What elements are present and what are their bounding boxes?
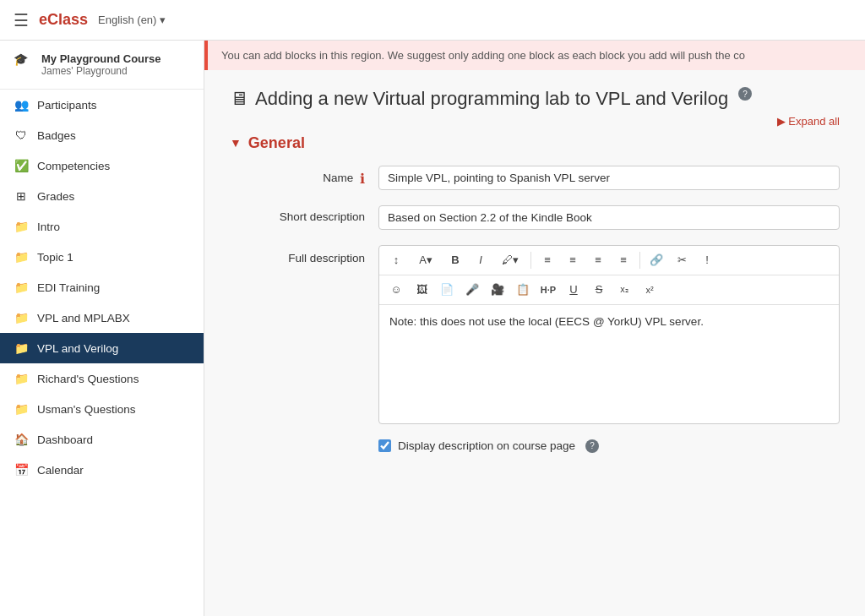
sidebar-items: 👥 Participants 🛡 Badges ✅ Competencies ⊞… xyxy=(0,90,204,485)
rte-btn-indent[interactable]: ≡ xyxy=(612,249,635,271)
title-help-icon[interactable]: ? xyxy=(738,87,752,101)
expand-all-button[interactable]: Expand all xyxy=(230,115,840,128)
page-title-icon: 🖥 xyxy=(230,87,248,112)
sidebar-item-edi-training[interactable]: 📁 EDI Training xyxy=(0,272,204,303)
info-banner: You can add blocks in this region. We su… xyxy=(204,41,865,70)
sidebar-item-vpl-mplabx[interactable]: 📁 VPL and MPLABX xyxy=(0,303,204,333)
language-selector[interactable]: English (en) ▾ xyxy=(98,14,166,26)
content-area: You can add blocks in this region. We su… xyxy=(204,41,865,616)
rte-btn-special[interactable]: ! xyxy=(695,249,719,271)
rte-btn-italic[interactable]: I xyxy=(469,249,492,271)
page-title-text: Adding a new Virtual programming lab to … xyxy=(255,87,728,112)
dashboard-icon: 🏠 xyxy=(14,433,29,446)
rte-btn-copy[interactable]: 📋 xyxy=(511,279,535,301)
badges-icon: 🛡 xyxy=(14,128,29,142)
hamburger-icon[interactable]: ☰ xyxy=(14,10,29,30)
course-subtitle: James' Playground xyxy=(41,65,161,77)
section-toggle-icon[interactable]: ▼ xyxy=(230,136,242,150)
rte-btn-emoji[interactable]: ☺ xyxy=(384,279,408,301)
sidebar: 🎓 My Playground Course James' Playground… xyxy=(0,41,204,616)
rte-toolbar-row2: ☺ 🖼 📄 🎤 🎥 📋 H·P U S x₂ x² xyxy=(379,275,839,305)
page-title: 🖥 Adding a new Virtual programming lab t… xyxy=(230,87,840,112)
sidebar-item-competencies[interactable]: ✅ Competencies xyxy=(0,150,204,181)
rte-sep1 xyxy=(530,252,531,269)
rte-btn-hp[interactable]: H·P xyxy=(536,279,560,301)
sidebar-item-dashboard[interactable]: 🏠 Dashboard xyxy=(0,424,204,455)
course-title: My Playground Course xyxy=(41,52,161,65)
vpl-mplabx-icon: 📁 xyxy=(14,311,29,324)
grades-label: Grades xyxy=(37,190,74,203)
topic1-label: Topic 1 xyxy=(37,251,73,264)
competencies-icon: ✅ xyxy=(14,159,29,172)
richards-questions-icon: 📁 xyxy=(14,372,29,385)
vpl-verilog-icon: 📁 xyxy=(14,341,29,355)
edi-training-label: EDI Training xyxy=(37,281,100,294)
rich-text-editor: ↕ A▾ B I 🖊▾ ≡ ≡ ≡ ≡ 🔗 ✂ xyxy=(378,245,840,424)
calendar-icon: 📅 xyxy=(14,463,29,477)
rte-btn-outdent[interactable]: ≡ xyxy=(586,249,610,271)
page-content: 🖥 Adding a new Virtual programming lab t… xyxy=(204,70,865,470)
rte-btn-subscript[interactable]: x₂ xyxy=(612,279,636,301)
short-desc-input[interactable] xyxy=(378,205,840,230)
name-input[interactable] xyxy=(378,166,840,190)
sidebar-course-header[interactable]: 🎓 My Playground Course James' Playground xyxy=(0,41,204,90)
richards-questions-label: Richard's Questions xyxy=(37,373,139,385)
rte-btn-format[interactable]: ↕ xyxy=(384,249,408,271)
rte-btn-ol[interactable]: ≡ xyxy=(561,249,585,271)
required-indicator: ℹ xyxy=(360,172,365,186)
grades-icon: ⊞ xyxy=(14,189,29,203)
usmans-questions-label: Usman's Questions xyxy=(37,403,136,416)
name-field-row: Name ℹ xyxy=(230,166,840,190)
short-desc-row: Short description xyxy=(230,205,840,230)
dashboard-label: Dashboard xyxy=(37,433,93,446)
vpl-verilog-label: VPL and Verilog xyxy=(37,342,118,355)
competencies-label: Competencies xyxy=(37,160,110,172)
rte-btn-media[interactable]: 📄 xyxy=(435,279,459,301)
rte-btn-underline[interactable]: U xyxy=(562,279,585,301)
rte-btn-color[interactable]: 🖊▾ xyxy=(494,249,526,271)
usmans-questions-icon: 📁 xyxy=(14,402,29,416)
rte-content[interactable]: Note: this does not use the local (EECS … xyxy=(379,305,839,423)
name-field xyxy=(378,166,840,190)
full-desc-row: Full description ↕ A▾ B I 🖊▾ ≡ ≡ ≡ xyxy=(230,245,840,424)
sidebar-item-intro[interactable]: 📁 Intro xyxy=(0,211,204,242)
sidebar-item-grades[interactable]: ⊞ Grades xyxy=(0,181,204,211)
display-desc-checkbox[interactable] xyxy=(378,439,391,452)
short-desc-label: Short description xyxy=(230,205,365,223)
sidebar-item-badges[interactable]: 🛡 Badges xyxy=(0,120,204,150)
participants-icon: 👥 xyxy=(14,98,29,112)
full-desc-field: ↕ A▾ B I 🖊▾ ≡ ≡ ≡ ≡ 🔗 ✂ xyxy=(378,245,840,424)
brand-logo: eClass xyxy=(39,11,88,29)
rte-btn-font[interactable]: A▾ xyxy=(410,249,442,271)
rte-btn-bold[interactable]: B xyxy=(443,249,467,271)
sidebar-item-vpl-verilog[interactable]: 📁 VPL and Verilog xyxy=(0,333,204,363)
rte-btn-link[interactable]: 🔗 xyxy=(645,249,668,271)
topnav: ☰ eClass English (en) ▾ xyxy=(0,0,865,41)
rte-btn-audio[interactable]: 🎤 xyxy=(460,279,484,301)
display-desc-label: Display description on course page xyxy=(398,439,575,452)
general-section-header: ▼ General xyxy=(230,134,840,152)
sidebar-item-richards-questions[interactable]: 📁 Richard's Questions xyxy=(0,363,204,394)
sidebar-item-calendar[interactable]: 📅 Calendar xyxy=(0,455,204,485)
section-title: General xyxy=(248,134,305,152)
name-label: Name ℹ xyxy=(230,166,365,187)
rte-btn-strikethrough[interactable]: S xyxy=(587,279,611,301)
sidebar-item-topic1[interactable]: 📁 Topic 1 xyxy=(0,242,204,272)
participants-label: Participants xyxy=(37,99,97,112)
course-icon: 🎓 xyxy=(14,52,28,66)
display-desc-help-icon[interactable]: ? xyxy=(585,439,599,453)
sidebar-item-usmans-questions[interactable]: 📁 Usman's Questions xyxy=(0,394,204,424)
sidebar-item-participants[interactable]: 👥 Participants xyxy=(0,90,204,120)
vpl-mplabx-label: VPL and MPLABX xyxy=(37,312,130,324)
main-layout: 🎓 My Playground Course James' Playground… xyxy=(0,41,865,616)
rte-btn-image[interactable]: 🖼 xyxy=(410,279,433,301)
intro-label: Intro xyxy=(37,221,60,233)
rte-btn-video[interactable]: 🎥 xyxy=(486,279,509,301)
rte-btn-ul[interactable]: ≡ xyxy=(536,249,559,271)
edi-training-icon: 📁 xyxy=(14,281,29,294)
short-desc-field xyxy=(378,205,840,230)
display-desc-section: Display description on course page ? xyxy=(230,439,840,453)
rte-btn-superscript[interactable]: x² xyxy=(638,279,661,301)
full-desc-label: Full description xyxy=(230,245,365,264)
rte-btn-unlink[interactable]: ✂ xyxy=(670,249,694,271)
